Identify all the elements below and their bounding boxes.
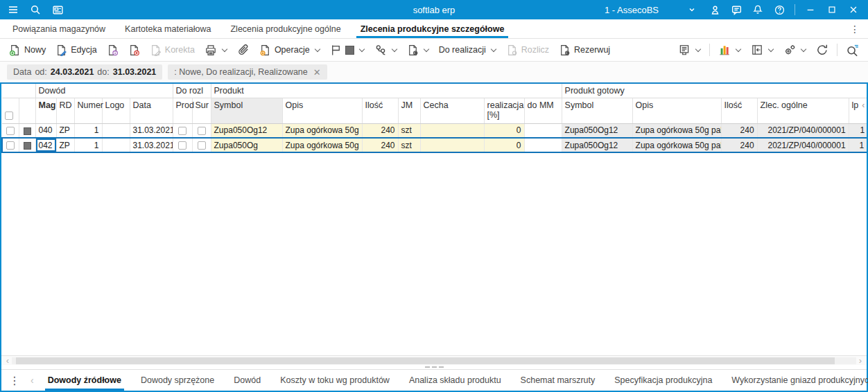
- settings-dropdown[interactable]: [779, 41, 811, 59]
- search-icon[interactable]: [29, 3, 42, 16]
- notifications-bell-icon[interactable]: [752, 3, 764, 16]
- table-row[interactable]: 040 ZP 1 31.03.2021 Zupa050Og12 Zupa ogó…: [2, 123, 867, 138]
- news-icon[interactable]: [51, 3, 64, 16]
- cell-sur[interactable]: [192, 138, 211, 152]
- user-icon[interactable]: [709, 3, 721, 16]
- col-header-logo[interactable]: Logo: [102, 98, 130, 123]
- remove-filter-icon[interactable]: ✕: [313, 67, 321, 78]
- cell-numer[interactable]: 1: [74, 123, 102, 138]
- row-checkbox[interactable]: [6, 127, 15, 135]
- cell-pg-ilosc[interactable]: 240: [721, 138, 757, 152]
- table-row-selected[interactable]: 042 ZP 1 31.03.2021 Zupa050Og Zupa ogórk…: [2, 138, 867, 152]
- bottom-tab-wykorzystanie-gniazd[interactable]: Wykorzystanie gniazd produkcyjnych: [722, 370, 868, 391]
- cell-pg-symbol[interactable]: Zupa050Og12: [562, 138, 632, 152]
- messages-icon[interactable]: [730, 3, 743, 16]
- bottom-tab-koszty-w-toku[interactable]: Koszty w toku wg produktów: [270, 370, 399, 391]
- row-checkbox[interactable]: [6, 141, 15, 150]
- cell-prod[interactable]: [173, 138, 192, 152]
- cell-sur[interactable]: [192, 123, 211, 138]
- flag-status-dropdown[interactable]: [325, 41, 370, 59]
- date-filter-chip[interactable]: Data od: 24.03.2021 do: 31.03.2021: [7, 64, 162, 80]
- status-filter-dropdown[interactable]: Do realizacji: [434, 41, 501, 59]
- select-all-header[interactable]: [2, 98, 19, 123]
- tab-powiazania-magazynow[interactable]: Powiązania magazynów: [3, 19, 115, 38]
- cell-ilosc[interactable]: 240: [362, 138, 398, 152]
- document-settings-dropdown[interactable]: [402, 41, 434, 59]
- cell-realizacja[interactable]: 0: [484, 138, 524, 152]
- cell-do-mm[interactable]: [524, 123, 562, 138]
- sur-checkbox[interactable]: [198, 141, 206, 150]
- bottom-tab-dowody-sprzezone[interactable]: Dowody sprzężone: [131, 370, 224, 391]
- sur-checkbox[interactable]: [198, 127, 206, 135]
- cell-pg-opis[interactable]: Zupa ogórkowa 50g pak: [632, 138, 721, 152]
- cell-mag-focused[interactable]: 042: [35, 138, 56, 152]
- cell-opis[interactable]: Zupa ogórkowa 50g: [282, 123, 362, 138]
- bottom-tab-schemat-marszruty[interactable]: Schemat marszruty: [511, 370, 605, 391]
- col-header-opis[interactable]: Opis: [282, 98, 362, 123]
- col-header-cecha[interactable]: Cecha: [420, 98, 484, 123]
- cell-rd[interactable]: ZP: [56, 138, 74, 152]
- cell-rd[interactable]: ZP: [56, 123, 74, 138]
- cell-cecha[interactable]: [420, 138, 484, 152]
- col-header-jm[interactable]: JM: [398, 98, 420, 123]
- col-header-realizacja[interactable]: realizacja [%]: [484, 98, 524, 123]
- cell-logo[interactable]: [102, 138, 130, 152]
- document-delete-button[interactable]: [123, 41, 145, 59]
- cell-symbol[interactable]: Zupa050Og12: [211, 123, 282, 138]
- col-header-zlec-ogolne[interactable]: Zlec. ogólne: [757, 98, 849, 123]
- cell-do-mm[interactable]: [524, 138, 562, 152]
- bottom-tab-dowody-zrodlowe[interactable]: Dowody źródłowe: [38, 370, 131, 391]
- cell-jm[interactable]: szt: [398, 138, 420, 152]
- prod-checkbox[interactable]: [178, 141, 186, 150]
- col-header-sur[interactable]: Sur: [192, 98, 211, 123]
- cell-pg-opis[interactable]: Zupa ogórkowa 50g pak: [632, 123, 721, 138]
- bottom-tabs-prev-icon[interactable]: ‹: [26, 370, 38, 391]
- cell-zlec-ogolne[interactable]: 2021/ZP/040/000001: [757, 138, 849, 152]
- tab-kartoteka-materialowa[interactable]: Kartoteka materiałowa: [115, 19, 220, 38]
- trace-dropdown[interactable]: [370, 41, 402, 59]
- new-document-button[interactable]: Nowy: [4, 41, 51, 59]
- cell-data[interactable]: 31.03.2021: [130, 123, 173, 138]
- maximize-button[interactable]: [826, 3, 838, 16]
- attachments-button[interactable]: [232, 41, 254, 59]
- cell-pg-symbol[interactable]: Zupa050Og12: [562, 123, 632, 138]
- scrollbar-thumb[interactable]: [16, 357, 835, 364]
- col-header-rd[interactable]: RD: [56, 98, 74, 123]
- col-header-mag[interactable]: Mag: [35, 98, 56, 123]
- correction-button[interactable]: Korekta: [145, 41, 200, 59]
- col-header-data[interactable]: Data: [130, 98, 173, 123]
- print-button[interactable]: [200, 41, 232, 59]
- col-header-prod[interactable]: Prod: [173, 98, 192, 123]
- col-header-numer[interactable]: Numer: [74, 98, 102, 123]
- settle-button[interactable]: Rozlicz: [501, 41, 554, 59]
- tab-zlecenia-produkcyjne-ogolne[interactable]: Zlecenia produkcyjne ogólne: [220, 19, 350, 38]
- status-filter-chip[interactable]: : Nowe, Do realizacji, Realizowane ✕: [168, 64, 327, 80]
- cell-ilosc[interactable]: 240: [362, 123, 398, 138]
- bottom-tab-analiza-skladu[interactable]: Analiza składu produktu: [399, 370, 511, 391]
- col-header-symbol[interactable]: Symbol: [211, 98, 282, 123]
- scroll-left-icon[interactable]: ‹: [3, 357, 12, 364]
- bottom-tab-specyfikacja-produkcyjna[interactable]: Specyfikacja produkcyjna: [605, 370, 722, 391]
- cell-mag[interactable]: 040: [35, 123, 56, 138]
- collapse-columns-icon[interactable]: ‹: [862, 100, 865, 110]
- bottom-tabs-menu-icon[interactable]: ⋮: [3, 370, 26, 391]
- col-header-pg-symbol[interactable]: Symbol: [562, 98, 632, 123]
- minimize-button[interactable]: [804, 3, 817, 16]
- cell-pg-ilosc[interactable]: 240: [721, 123, 757, 138]
- cell-select[interactable]: [2, 138, 19, 152]
- chart-dropdown[interactable]: [713, 41, 746, 59]
- cell-prod[interactable]: [173, 123, 192, 138]
- scrollbar-track[interactable]: [12, 357, 856, 364]
- cell-data[interactable]: 31.03.2021: [130, 138, 173, 152]
- bottom-tab-dowod[interactable]: Dowód: [224, 370, 270, 391]
- cell-zlec-ogolne[interactable]: 2021/ZP/040/000001: [757, 123, 849, 138]
- cell-lp[interactable]: 1: [849, 123, 867, 138]
- tabbar-more-menu-icon[interactable]: ⋮: [842, 19, 868, 38]
- cell-symbol[interactable]: Zupa050Og: [211, 138, 282, 152]
- cell-lp[interactable]: 1: [849, 138, 867, 152]
- col-header-pg-opis[interactable]: Opis: [632, 98, 721, 123]
- refresh-button[interactable]: [811, 41, 833, 59]
- col-header-do-mm[interactable]: do MM: [524, 98, 562, 123]
- tab-zlecenia-produkcyjne-szczegolowe[interactable]: Zlecenia produkcyjne szczegółowe: [351, 19, 514, 38]
- select-all-checkbox[interactable]: [5, 112, 13, 120]
